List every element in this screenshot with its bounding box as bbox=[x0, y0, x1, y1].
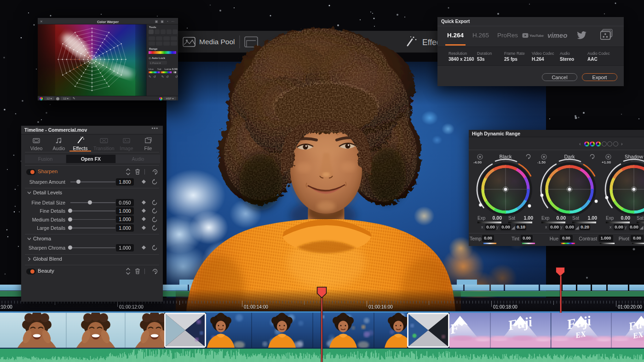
svg-text:EX: EX bbox=[632, 330, 644, 340]
